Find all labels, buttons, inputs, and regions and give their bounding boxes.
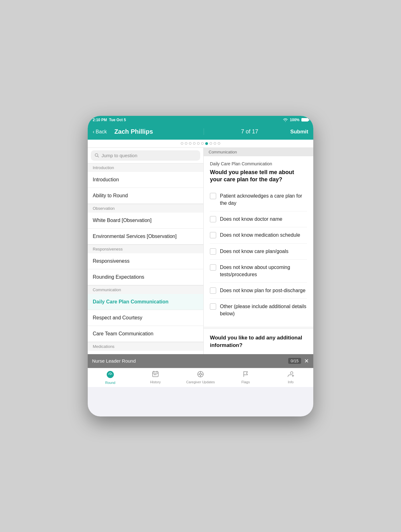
header-left: ‹ Back Zach Phillips [88, 128, 204, 135]
main-layout: Jump to question Introduction Introducti… [88, 148, 313, 354]
checkbox-label-6: Does not know plan for post-discharge [220, 287, 305, 294]
checkbox-1[interactable] [210, 193, 216, 199]
status-bar: 2:10 PM Tue Oct 5 100% [88, 116, 313, 124]
tab-label-round: Round [105, 381, 115, 385]
sidebar-item-respect-courtesy[interactable]: Respect and Courtesy [88, 310, 203, 326]
round-label: Nurse Leader Round [92, 358, 136, 364]
round-icon [107, 371, 114, 380]
section-header-introduction: Introduction [88, 163, 203, 172]
submit-button[interactable]: Submit [290, 129, 308, 135]
svg-rect-9 [155, 374, 156, 375]
svg-point-11 [200, 373, 201, 375]
sidebar-item-whiteboard[interactable]: White Board [Observation] [88, 213, 203, 229]
tab-label-caregiver: Caregiver Updates [186, 380, 215, 384]
status-right: 100% [283, 118, 308, 122]
checkbox-item-6[interactable]: Does not know plan for post-discharge [210, 283, 307, 299]
tab-label-flags: Flags [242, 380, 250, 384]
sidebar-item-introduction[interactable]: Introduction [88, 172, 203, 188]
app-header: ‹ Back Zach Phillips 7 of 17 Submit [88, 124, 313, 140]
checkbox-label-4: Does not know care plan/goals [220, 248, 289, 255]
battery-icon [301, 118, 308, 121]
round-badge: 0/15 [288, 358, 301, 364]
question-category: Daily Care Plan Communication [210, 161, 307, 166]
flags-icon [242, 371, 249, 379]
dot-9 [214, 142, 216, 145]
search-icon [95, 153, 99, 158]
caregiver-icon [197, 371, 204, 379]
section-header-medications: Medications [88, 342, 203, 351]
history-icon [152, 371, 159, 379]
svg-rect-4 [153, 372, 158, 377]
search-placeholder: Jump to question [102, 153, 137, 158]
search-bar[interactable]: Jump to question [91, 150, 200, 161]
section-header-communication: Communication [88, 285, 203, 294]
tab-label-info: Info [288, 380, 294, 384]
checkbox-7[interactable] [210, 303, 216, 310]
checkbox-label-2: Does not know doctor name [220, 216, 282, 223]
battery-text: 100% [290, 118, 299, 122]
sidebar-item-daily-care-plan[interactable]: Daily Care Plan Communication [88, 294, 203, 310]
dot-3 [189, 142, 191, 145]
dot-2 [185, 142, 187, 145]
checkbox-label-1: Patient acknowledges a care plan for the… [220, 193, 307, 207]
sidebar-item-ability-to-round[interactable]: Ability to Round [88, 188, 203, 204]
additional-info-title: Would you like to add any additional inf… [210, 334, 307, 349]
svg-line-1 [98, 156, 99, 158]
checkbox-item-5[interactable]: Does not know about upcoming tests/proce… [210, 260, 307, 283]
section-header-responsiveness: Responsiveness [88, 245, 203, 253]
tab-history[interactable]: History [133, 368, 178, 387]
tab-flags[interactable]: Flags [223, 368, 268, 387]
sidebar-item-environmental[interactable]: Environmental Services [Observation] [88, 229, 203, 245]
wifi-icon [283, 118, 288, 122]
status-time: 2:10 PM Tue Oct 5 [93, 118, 126, 122]
tab-info[interactable]: Info [268, 368, 313, 387]
dot-7 [205, 142, 208, 145]
checkbox-label-3: Does not know medication schedule [220, 232, 300, 239]
sidebar-item-care-team[interactable]: Care Team Communication [88, 326, 203, 342]
tab-label-history: History [150, 380, 161, 384]
progress-indicator: 7 of 17 [209, 128, 290, 135]
sidebar-item-responsiveness[interactable]: Responsiveness [88, 253, 203, 269]
checkbox-5[interactable] [210, 264, 216, 271]
device-frame: 2:10 PM Tue Oct 5 100% ‹ Back Zach Phill… [88, 116, 313, 416]
checkbox-label-7: Other (please include additional details… [220, 303, 307, 317]
progress-dots [88, 140, 313, 148]
svg-point-16 [290, 372, 293, 374]
checkbox-4[interactable] [210, 248, 216, 255]
checkbox-item-1[interactable]: Patient acknowledges a care plan for the… [210, 188, 307, 211]
checkbox-6[interactable] [210, 287, 216, 294]
checkbox-3[interactable] [210, 232, 216, 238]
svg-rect-8 [154, 374, 155, 375]
back-button[interactable]: ‹ Back [93, 129, 107, 135]
checkbox-item-2[interactable]: Does not know doctor name [210, 211, 307, 227]
dot-8 [210, 142, 212, 145]
sidebar: Jump to question Introduction Introducti… [88, 148, 204, 354]
question-title: Would you please tell me about your care… [210, 169, 307, 183]
section-header-observation: Observation [88, 204, 203, 213]
nurse-leader-round-bar: Nurse Leader Round 0/15 ✕ [88, 354, 313, 368]
question-card: Daily Care Plan Communication Would you … [204, 156, 313, 327]
dot-1 [181, 142, 183, 145]
tab-round[interactable]: Round [88, 368, 133, 387]
header-right: 7 of 17 Submit [204, 128, 313, 135]
bottom-section: Nurse Leader Round 0/15 ✕ Round [88, 354, 313, 387]
checkbox-item-7[interactable]: Other (please include additional details… [210, 299, 307, 322]
info-icon [287, 371, 294, 379]
dot-5 [197, 142, 200, 145]
checkbox-item-4[interactable]: Does not know care plan/goals [210, 244, 307, 260]
checkbox-label-5: Does not know about upcoming tests/proce… [220, 264, 307, 278]
dot-6 [201, 142, 204, 145]
checkbox-item-3[interactable]: Does not know medication schedule [210, 227, 307, 243]
content-section-label: Communication [204, 148, 313, 156]
close-button[interactable]: ✕ [304, 358, 309, 364]
dot-10 [218, 142, 220, 145]
content-area: Communication Daily Care Plan Communicat… [204, 148, 313, 354]
svg-point-3 [110, 374, 111, 375]
sidebar-item-rounding-expectations[interactable]: Rounding Expectations [88, 269, 203, 285]
dot-4 [193, 142, 195, 145]
tab-caregiver[interactable]: Caregiver Updates [178, 368, 223, 387]
tab-bar: Round History [88, 368, 313, 387]
additional-info-card: Would you like to add any additional inf… [204, 329, 313, 354]
checkbox-2[interactable] [210, 216, 216, 222]
patient-name: Zach Phillips [114, 128, 153, 135]
